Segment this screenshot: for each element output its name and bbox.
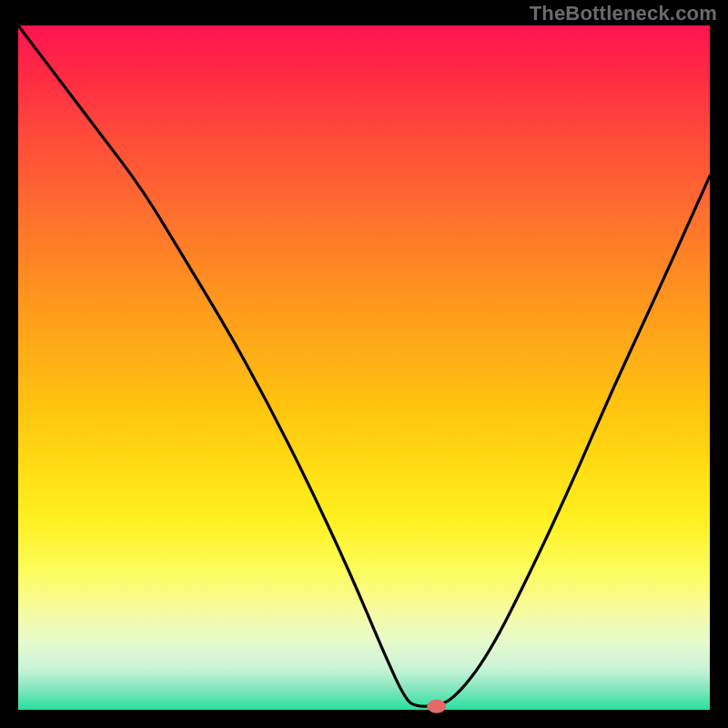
chart-frame: TheBottleneck.com [0, 0, 728, 728]
plot-area [18, 25, 710, 710]
watermark-text: TheBottleneck.com [530, 2, 717, 25]
chart-svg [18, 25, 710, 710]
optimal-point-marker [428, 700, 446, 713]
bottleneck-curve [18, 25, 710, 706]
